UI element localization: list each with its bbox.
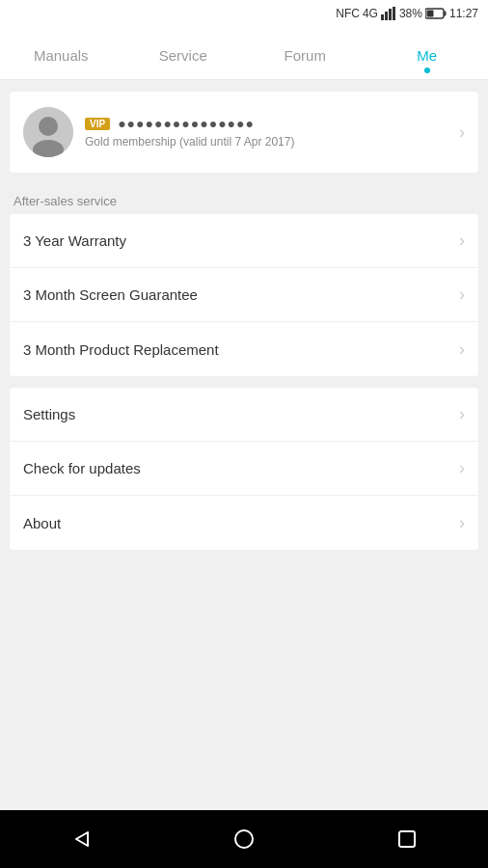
list-item-warranty[interactable]: 3 Year Warranty › bbox=[10, 214, 478, 268]
settings-list: Settings › Check for updates › About › bbox=[10, 388, 478, 550]
profile-card[interactable]: VIP ●●●●●●●●●●●●●●● Gold membership (val… bbox=[10, 92, 478, 173]
profile-left: VIP ●●●●●●●●●●●●●●● Gold membership (val… bbox=[23, 107, 294, 157]
svg-rect-0 bbox=[381, 14, 384, 20]
svg-rect-1 bbox=[385, 12, 388, 20]
list-item-screen[interactable]: 3 Month Screen Guarantee › bbox=[10, 268, 478, 322]
signal-icon bbox=[381, 7, 396, 20]
avatar-icon bbox=[23, 107, 73, 157]
nav-forum-label: Forum bbox=[285, 47, 326, 64]
svg-rect-6 bbox=[426, 11, 433, 17]
svg-rect-12 bbox=[399, 831, 415, 847]
nav-manuals-label: Manuals bbox=[34, 47, 89, 64]
list-item-updates[interactable]: Check for updates › bbox=[10, 442, 478, 496]
time-label: 11:27 bbox=[449, 7, 478, 20]
vip-badge: VIP bbox=[85, 118, 110, 130]
list-item-about[interactable]: About › bbox=[10, 496, 478, 550]
content-area: VIP ●●●●●●●●●●●●●●● Gold membership (val… bbox=[0, 92, 488, 550]
svg-rect-2 bbox=[389, 9, 392, 20]
profile-chevron-icon: › bbox=[459, 122, 465, 143]
svg-rect-3 bbox=[393, 7, 395, 20]
back-button[interactable] bbox=[52, 820, 110, 858]
nav-forum[interactable]: Forum bbox=[244, 27, 366, 79]
replacement-label: 3 Month Product Replacement bbox=[23, 341, 219, 358]
avatar bbox=[23, 107, 73, 157]
recents-button[interactable] bbox=[378, 820, 436, 858]
svg-point-11 bbox=[235, 830, 253, 848]
screen-label: 3 Month Screen Guarantee bbox=[23, 286, 198, 303]
after-sales-list: 3 Year Warranty › 3 Month Screen Guarant… bbox=[10, 214, 478, 376]
recents-icon bbox=[397, 829, 417, 849]
profile-membership: Gold membership (valid until 7 Apr 2017) bbox=[85, 135, 294, 149]
warranty-chevron-icon: › bbox=[459, 231, 465, 251]
active-indicator bbox=[424, 68, 430, 73]
svg-marker-10 bbox=[76, 832, 88, 846]
about-label: About bbox=[23, 515, 61, 531]
home-button[interactable] bbox=[215, 820, 273, 858]
nav-manuals[interactable]: Manuals bbox=[0, 27, 122, 79]
top-nav: Manuals Service Forum Me bbox=[0, 27, 488, 80]
nav-me-label: Me bbox=[417, 47, 437, 64]
nav-service-label: Service bbox=[159, 47, 207, 64]
nfc-label: NFC bbox=[336, 7, 360, 20]
bottom-nav-bar bbox=[0, 810, 488, 868]
list-item-settings[interactable]: Settings › bbox=[10, 388, 478, 442]
settings-label: Settings bbox=[23, 406, 75, 422]
replacement-chevron-icon: › bbox=[459, 339, 465, 360]
updates-chevron-icon: › bbox=[459, 458, 465, 478]
svg-point-8 bbox=[39, 117, 58, 136]
svg-rect-5 bbox=[444, 12, 446, 16]
updates-label: Check for updates bbox=[23, 460, 141, 476]
status-bar: NFC 4G 38% 11:27 bbox=[0, 0, 488, 27]
settings-chevron-icon: › bbox=[459, 404, 465, 424]
warranty-label: 3 Year Warranty bbox=[23, 232, 126, 249]
screen-chevron-icon: › bbox=[459, 285, 465, 305]
profile-name-row: VIP ●●●●●●●●●●●●●●● bbox=[85, 116, 294, 131]
home-icon bbox=[233, 828, 255, 850]
nav-me[interactable]: Me bbox=[366, 27, 489, 79]
profile-info: VIP ●●●●●●●●●●●●●●● Gold membership (val… bbox=[85, 116, 294, 149]
back-icon bbox=[70, 828, 92, 850]
battery-percent: 38% bbox=[399, 7, 422, 20]
battery-icon bbox=[425, 8, 447, 19]
after-sales-section-label: After-sales service bbox=[0, 184, 488, 214]
network-label: 4G bbox=[363, 7, 378, 20]
about-chevron-icon: › bbox=[459, 513, 465, 533]
profile-name: ●●●●●●●●●●●●●●● bbox=[118, 116, 255, 131]
status-icons: NFC 4G 38% 11:27 bbox=[336, 7, 478, 20]
nav-service[interactable]: Service bbox=[122, 27, 245, 79]
list-item-replacement[interactable]: 3 Month Product Replacement › bbox=[10, 322, 478, 376]
